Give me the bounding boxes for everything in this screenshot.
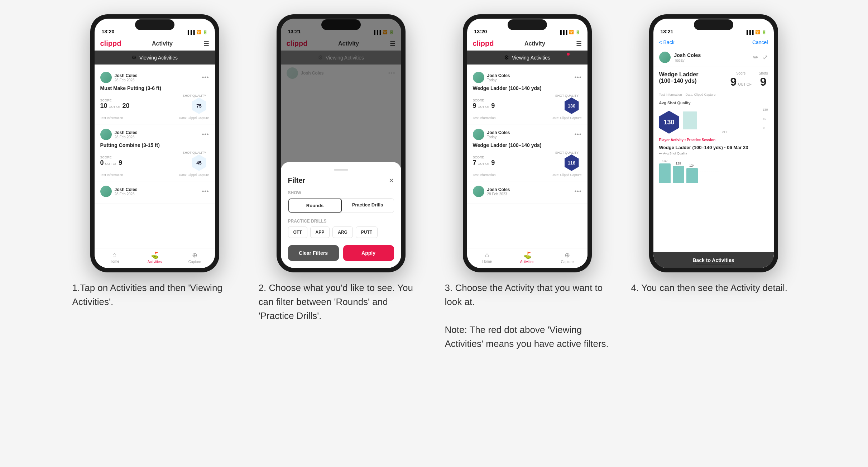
score-label-1-2: Score (100, 156, 123, 159)
drill-app[interactable]: APP (310, 227, 330, 238)
user-name-1-1: Josh Coles (115, 73, 138, 78)
activity-title-3-1: Wedge Ladder (100–140 yds) (473, 85, 582, 91)
user-date-3-1: Today (487, 78, 510, 82)
practice-drills-btn[interactable]: Practice Drills (342, 199, 394, 213)
detail-title: Wedge Ladder (100–140 yds) (659, 71, 709, 84)
user-name-3-1: Josh Coles (487, 73, 510, 78)
user-date-1-1: 28 Feb 2023 (115, 78, 138, 82)
dots-menu-3-2[interactable]: ••• (575, 131, 582, 138)
wedge-chart: 132 129 124 (659, 158, 768, 187)
filter-handle (334, 169, 348, 171)
shots-val-3-2: 9 (491, 159, 495, 167)
activity-item-3-1[interactable]: Josh Coles Today ••• Wedge Ladder (100–1… (467, 67, 588, 124)
show-label: Show (288, 190, 394, 195)
activity-item-1-1[interactable]: Josh Coles 28 Feb 2023 ••• Must Make Put… (95, 67, 215, 124)
nav-activities-1[interactable]: ⛳ Activities (135, 251, 175, 264)
user-date-3-3: 28 Feb 2023 (487, 192, 510, 196)
drill-putt[interactable]: PUTT (356, 227, 378, 238)
filter-modal-overlay: Filter ✕ Show Rounds Practice Drills Pra… (281, 19, 401, 268)
clear-filters-btn[interactable]: Clear Filters (288, 245, 339, 261)
nav-home-1[interactable]: ⌂ Home (95, 251, 135, 264)
nav-capture-1[interactable]: ⊕ Capture (175, 251, 215, 264)
back-btn[interactable]: < Back (659, 39, 675, 45)
detail-data-source: Data: Clippd Capture (686, 93, 716, 96)
back-to-activities-btn[interactable]: Back to Activities (653, 252, 774, 268)
viewing-bar-3[interactable]: ⚙ Viewing Activities (467, 51, 588, 65)
detail-outof: OUT OF (738, 82, 752, 86)
data-source-3-1: Data: Clippd Capture (551, 116, 581, 120)
wifi-icon: 🛜 (196, 30, 201, 34)
edit-icon[interactable]: ✏ (753, 53, 758, 61)
dots-menu-1-3[interactable]: ••• (202, 188, 209, 195)
avatar-1-1 (100, 72, 112, 83)
user-info-1-1: Josh Coles 28 Feb 2023 (100, 72, 138, 83)
detail-score-num: 9 (730, 75, 737, 89)
avg-quality-section: Avg Shot Quality 130 130 APP (659, 101, 768, 134)
detail-content: Wedge Ladder (100–140 yds) Score 9 OUT O… (653, 67, 774, 252)
viewing-bar-text-3: Viewing Activities (512, 55, 550, 61)
nav-home-label-3: Home (482, 259, 492, 263)
bottom-nav-3: ⌂ Home ⛳ Activities ⊕ Capture (467, 248, 588, 268)
dots-menu-3-3[interactable]: ••• (575, 188, 582, 195)
filter-icon-3: ⚙ (504, 54, 509, 61)
dots-menu-3-1[interactable]: ••• (575, 74, 582, 81)
user-info-3-3: Josh Coles 28 Feb 2023 (473, 186, 510, 197)
hamburger-icon-1[interactable]: ☰ (203, 40, 209, 48)
filter-title: Filter (288, 176, 306, 185)
detail-test-info: Test Information Data: Clippd Capture (659, 93, 768, 96)
logo-1: clippd (100, 39, 121, 48)
avatar-3-2 (473, 129, 484, 140)
phone-frame-1: 13:20 ▐▐▐ 🛜 🔋 clippd Activity ☰ ⚙ Vi (90, 14, 219, 272)
user-info-3-2: Josh Coles Today (473, 129, 510, 140)
user-name-3-2: Josh Coles (487, 130, 510, 135)
shots-val-1-2: 9 (119, 159, 122, 167)
activity-item-3-3[interactable]: Josh Coles 28 Feb 2023 ••• (467, 181, 588, 204)
apply-btn[interactable]: Apply (343, 245, 394, 261)
activity-item-1-3[interactable]: Josh Coles 28 Feb 2023 ••• (95, 181, 215, 204)
cancel-btn[interactable]: Cancel (752, 39, 768, 45)
bottom-nav-1: ⌂ Home ⛳ Activities ⊕ Capture (95, 248, 215, 268)
rounds-btn[interactable]: Rounds (288, 199, 342, 213)
drill-arg[interactable]: ARG (332, 227, 353, 238)
detail-user-info: Josh Coles Today (659, 52, 701, 63)
nav-activities-3[interactable]: ⛳ Activities (507, 251, 547, 264)
filter-drill-row: OTT APP ARG PUTT (288, 227, 394, 238)
step-2-col: 13:21 ▐▐▐ 🛜 🔋 clippd Activity ☰ ⚙ Vi (255, 14, 427, 323)
user-date-1-3: 28 Feb 2023 (115, 192, 138, 196)
drill-ott[interactable]: OTT (288, 227, 307, 238)
quality-hex-3-1: 130 (565, 97, 579, 114)
dots-menu-1-1[interactable]: ••• (202, 74, 209, 81)
quality-label-1-1: Shot Quality (183, 94, 206, 97)
phone-frame-4: 13:21 ▐▐▐ 🛜 🔋 < Back Cancel (649, 14, 778, 272)
practice-drills-label: Practice Drills (288, 219, 394, 224)
activities-icon-3: ⛳ (523, 251, 531, 259)
outof-1-2: OUT OF (105, 162, 118, 166)
hamburger-icon-3[interactable]: ☰ (576, 40, 582, 48)
detail-actions: ✏ ⤢ (753, 53, 768, 61)
outof-3-1: OUT OF (478, 105, 490, 109)
close-icon[interactable]: ✕ (389, 177, 394, 185)
status-time-3: 13:20 (474, 29, 487, 34)
avatar-1-3 (100, 186, 112, 197)
nav-capture-3[interactable]: ⊕ Capture (547, 251, 588, 264)
activity-item-3-2[interactable]: Josh Coles Today ••• Wedge Ladder (100–1… (467, 124, 588, 181)
nav-home-3[interactable]: ⌂ Home (467, 251, 507, 264)
user-info-1-3: Josh Coles 28 Feb 2023 (100, 186, 138, 197)
detail-shots-num: 9 (760, 75, 767, 88)
step-4-col: 13:21 ▐▐▐ 🛜 🔋 < Back Cancel (628, 14, 800, 295)
score-val-3-2: 7 (473, 159, 476, 167)
app-header-3: clippd Activity ☰ (467, 37, 588, 51)
shots-val-3-1: 9 (491, 102, 495, 110)
expand-icon[interactable]: ⤢ (763, 53, 768, 61)
viewing-bar-1[interactable]: ⚙ Viewing Activities (95, 51, 215, 65)
score-val-3-1: 9 (473, 102, 476, 110)
user-date-3-2: Today (487, 135, 510, 139)
dots-menu-1-2[interactable]: ••• (202, 131, 209, 138)
status-icons-1: ▐▐▐ 🛜 🔋 (186, 30, 207, 34)
activity-item-1-2[interactable]: Josh Coles 28 Feb 2023 ••• Putting Combi… (95, 124, 215, 181)
score-val-1-1: 10 (100, 102, 107, 110)
red-dot-3 (567, 53, 570, 56)
avg-quality-label: Avg Shot Quality (659, 101, 768, 105)
outof-1-1: OUT OF (109, 105, 121, 109)
battery-icon-4: 🔋 (762, 30, 767, 34)
